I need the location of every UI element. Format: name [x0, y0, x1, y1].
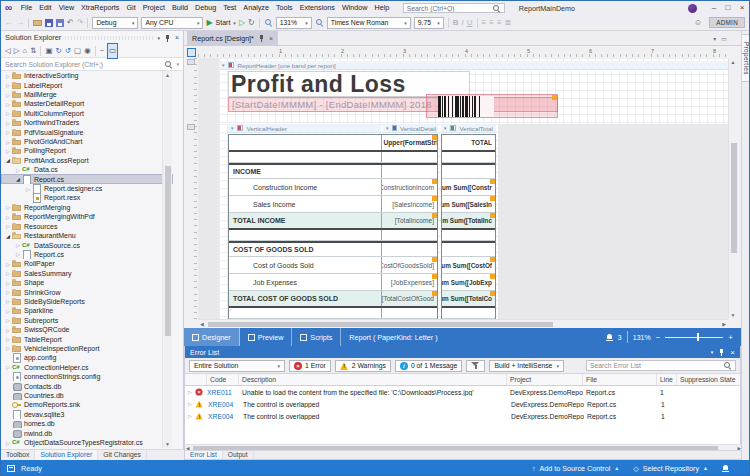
- send-feedback-icon[interactable]: ☺: [694, 15, 702, 31]
- tree-item[interactable]: ▷SwissQRCode: [1, 325, 173, 334]
- tree-item[interactable]: ▷Report.cs: [1, 250, 173, 259]
- show-all-files-icon[interactable]: ▢: [74, 44, 81, 58]
- align-center-icon[interactable]: ≡: [489, 15, 494, 31]
- error-row[interactable]: ▷XRE004The control is overlappedDevExpre…: [185, 398, 740, 410]
- sync-icon[interactable]: ↺: [65, 44, 71, 58]
- barcode-control[interactable]: [438, 96, 494, 117]
- tree-item[interactable]: DemoReports.snk: [1, 400, 173, 409]
- chevron-collapsed-icon[interactable]: ▷: [4, 139, 12, 145]
- designer-tab-designer[interactable]: Designer: [184, 328, 240, 346]
- report-total-cell[interactable]: [442, 243, 495, 256]
- font-family-dropdown[interactable]: Times New Roman▾: [327, 17, 411, 29]
- tree-scrollbar[interactable]: ▲ ▼: [162, 71, 172, 448]
- zoom-dropdown[interactable]: 131%▾: [276, 17, 312, 29]
- chevron-collapsed-icon[interactable]: ▷: [4, 92, 12, 98]
- navigate-forward-icon[interactable]: →: [16, 15, 24, 31]
- zoom-slider-thumb[interactable]: [697, 333, 699, 341]
- align-right-icon[interactable]: ≡: [497, 15, 502, 31]
- report-total-cell[interactable]: [442, 165, 495, 178]
- chevron-collapsed-icon[interactable]: ▷: [4, 82, 12, 88]
- tab-properties[interactable]: Properties: [742, 34, 750, 82]
- report-total-cell[interactable]: sum Sum([TotalInc: [442, 213, 495, 228]
- chevron-collapsed-icon[interactable]: ▷: [14, 251, 22, 257]
- tree-item[interactable]: ▷MultiColumnReport: [1, 109, 173, 118]
- tree-item[interactable]: ▷Report.designer.cs: [1, 184, 173, 193]
- tree-item[interactable]: ▷ShrinkGrow: [1, 287, 173, 296]
- report-label-cell[interactable]: [229, 308, 381, 318]
- chevron-collapsed-icon[interactable]: ▷: [4, 110, 12, 116]
- report-total-cell[interactable]: [442, 152, 495, 162]
- scope-dropdown[interactable]: Entire Solution▾: [189, 360, 285, 372]
- menu-item-build[interactable]: Build: [169, 1, 192, 15]
- menu-item-help[interactable]: Help: [371, 1, 393, 15]
- notifications-bell-icon[interactable]: [722, 464, 729, 472]
- error-code[interactable]: XRE004: [208, 401, 240, 408]
- chevron-collapsed-icon[interactable]: ▷: [4, 129, 12, 135]
- tree-item[interactable]: ▷ConnectionHelper.cs: [1, 363, 173, 372]
- scroll-up-icon[interactable]: ▲: [163, 71, 172, 79]
- error-row[interactable]: ▷XRE004The control is overlappedDevExpre…: [185, 410, 740, 422]
- report-label-cell[interactable]: Job Expenses: [229, 274, 381, 290]
- report-detail-cell[interactable]: [381, 308, 437, 318]
- menu-item-xtrareports[interactable]: XtraReports: [78, 1, 123, 15]
- zoom-slider[interactable]: [665, 337, 723, 338]
- tree-item[interactable]: ▷PollingReport: [1, 146, 173, 155]
- tree-item[interactable]: connectionStrings.config: [1, 372, 173, 381]
- select-report-button[interactable]: [187, 48, 196, 57]
- tab-git-changes[interactable]: Git Changes: [98, 450, 147, 460]
- save-icon[interactable]: [45, 19, 53, 27]
- report-detail-cell[interactable]: [ConstructionIncom: [381, 179, 437, 195]
- chevron-expanded-icon[interactable]: ◢: [4, 233, 12, 239]
- tab-toolbox[interactable]: Toolbox: [1, 450, 35, 460]
- scroll-up-icon[interactable]: ▲: [729, 58, 737, 66]
- zoom-out-icon[interactable]: [264, 18, 273, 27]
- tree-item[interactable]: ◢Report.cs: [1, 174, 173, 183]
- pending-changes-filter-icon[interactable]: ▣: [45, 44, 52, 58]
- tree-item[interactable]: ▷Shape: [1, 278, 173, 287]
- scroll-down-icon[interactable]: ▼: [163, 440, 172, 448]
- menu-item-edit[interactable]: Edit: [36, 1, 55, 15]
- tree-item[interactable]: ▷SalesSummary: [1, 269, 173, 278]
- row-expand-chevron-icon[interactable]: ▷: [185, 413, 195, 419]
- align-left-icon[interactable]: ≡: [482, 15, 487, 31]
- menu-item-extensions[interactable]: Extensions: [296, 1, 338, 15]
- report-detail-cell[interactable]: Upper(FormatStri: [381, 135, 437, 150]
- tree-item[interactable]: ▷PivotGridAndChart: [1, 137, 173, 146]
- chevron-collapsed-icon[interactable]: ▷: [4, 280, 12, 286]
- chevron-collapsed-icon[interactable]: ▷: [4, 317, 12, 323]
- menu-item-test[interactable]: Test: [220, 1, 240, 15]
- bold-icon[interactable]: B: [453, 15, 459, 31]
- pin-icon[interactable]: [258, 34, 265, 42]
- notifications-bell-icon[interactable]: [606, 333, 613, 341]
- configuration-dropdown[interactable]: Debug▾: [92, 17, 138, 29]
- chevron-collapsed-icon[interactable]: ▷: [4, 308, 12, 314]
- tree-item[interactable]: ▷MasterDetailReport: [1, 99, 173, 108]
- column-header-file[interactable]: File: [583, 374, 657, 385]
- forward-icon[interactable]: ▷: [14, 44, 20, 58]
- design-canvas[interactable]: ▼ ReportHeader [one band per report] Pro…: [198, 58, 728, 319]
- admin-button[interactable]: ADMIN: [709, 17, 745, 28]
- tree-item[interactable]: ▷ObjectDataSourceTypesRegistrator.cs: [1, 438, 173, 447]
- report-total-cell[interactable]: [442, 308, 495, 318]
- band-collapse-chevron-icon[interactable]: ▼: [385, 126, 389, 131]
- menu-item-project[interactable]: Project: [139, 1, 168, 15]
- tree-item[interactable]: ▷InteractiveSorting: [1, 71, 173, 80]
- pin-icon[interactable]: [718, 348, 725, 356]
- band-collapse-chevron-icon[interactable]: ▼: [221, 63, 225, 68]
- tree-item[interactable]: nwind.db: [1, 428, 173, 437]
- preview-selected-items-icon[interactable]: −: [100, 44, 104, 58]
- designer-tab-preview[interactable]: Preview: [240, 328, 293, 346]
- tree-item[interactable]: ◢ProfitAndLossReport: [1, 156, 173, 165]
- close-panel-icon[interactable]: ×: [730, 348, 735, 357]
- row-expand-chevron-icon[interactable]: ▷: [185, 389, 195, 395]
- start-without-debugging-icon[interactable]: ▷: [239, 18, 245, 27]
- filter-button[interactable]: [466, 360, 485, 372]
- scroll-thumb[interactable]: [731, 143, 737, 253]
- tree-item[interactable]: ▷NorthwindTraders: [1, 118, 173, 127]
- zoom-in-button[interactable]: +: [728, 333, 733, 342]
- chevron-collapsed-icon[interactable]: ▷: [24, 186, 32, 192]
- designer-tab-scripts[interactable]: Scripts: [292, 328, 341, 346]
- tree-item[interactable]: app.config: [1, 353, 173, 362]
- error-code[interactable]: XRE004: [208, 413, 240, 420]
- home-icon[interactable]: ⌂: [23, 44, 28, 58]
